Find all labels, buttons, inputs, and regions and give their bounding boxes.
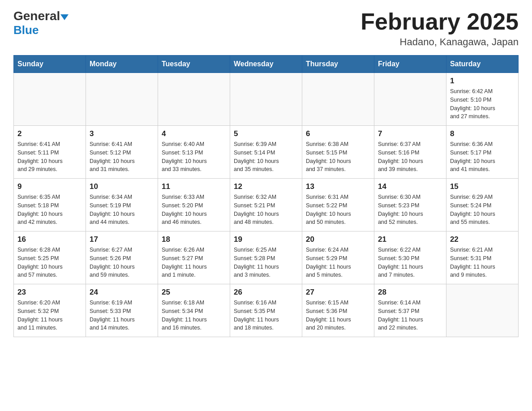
day-info: Sunrise: 6:21 AMSunset: 5:31 PMDaylight:… bbox=[450, 246, 515, 279]
day-info: Sunrise: 6:25 AMSunset: 5:28 PMDaylight:… bbox=[234, 246, 298, 279]
calendar-week-row: 1Sunrise: 6:42 AMSunset: 5:10 PMDaylight… bbox=[14, 73, 519, 126]
calendar-day-cell: 10Sunrise: 6:34 AMSunset: 5:19 PMDayligh… bbox=[86, 179, 158, 231]
calendar-day-cell bbox=[158, 73, 230, 126]
calendar-day-cell: 16Sunrise: 6:28 AMSunset: 5:25 PMDayligh… bbox=[14, 231, 86, 284]
day-number: 5 bbox=[234, 129, 298, 138]
calendar-day-cell: 5Sunrise: 6:39 AMSunset: 5:14 PMDaylight… bbox=[230, 126, 302, 179]
logo-arrow-icon bbox=[60, 14, 69, 20]
calendar-day-cell: 4Sunrise: 6:40 AMSunset: 5:13 PMDaylight… bbox=[158, 126, 230, 179]
day-info: Sunrise: 6:40 AMSunset: 5:13 PMDaylight:… bbox=[162, 140, 226, 174]
day-number: 21 bbox=[378, 235, 442, 244]
day-info: Sunrise: 6:33 AMSunset: 5:20 PMDaylight:… bbox=[162, 193, 226, 227]
day-info: Sunrise: 6:28 AMSunset: 5:25 PMDaylight:… bbox=[17, 246, 82, 279]
calendar-day-cell bbox=[446, 284, 518, 337]
calendar-day-cell: 17Sunrise: 6:27 AMSunset: 5:26 PMDayligh… bbox=[86, 231, 158, 284]
day-info: Sunrise: 6:27 AMSunset: 5:26 PMDaylight:… bbox=[90, 246, 154, 279]
calendar-day-header: Saturday bbox=[446, 56, 518, 73]
day-info: Sunrise: 6:41 AMSunset: 5:11 PMDaylight:… bbox=[17, 140, 82, 174]
calendar-day-cell: 25Sunrise: 6:18 AMSunset: 5:34 PMDayligh… bbox=[158, 284, 230, 337]
day-info: Sunrise: 6:37 AMSunset: 5:16 PMDaylight:… bbox=[378, 140, 442, 174]
day-info: Sunrise: 6:34 AMSunset: 5:19 PMDaylight:… bbox=[90, 193, 154, 227]
calendar-day-cell: 22Sunrise: 6:21 AMSunset: 5:31 PMDayligh… bbox=[446, 231, 518, 284]
day-info: Sunrise: 6:30 AMSunset: 5:23 PMDaylight:… bbox=[378, 193, 442, 227]
day-number: 17 bbox=[90, 235, 154, 244]
day-number: 26 bbox=[234, 288, 298, 297]
page-header: General Blue February 2025 Hadano, Kanag… bbox=[13, 9, 519, 48]
calendar-day-cell: 20Sunrise: 6:24 AMSunset: 5:29 PMDayligh… bbox=[302, 231, 374, 284]
calendar-day-cell: 13Sunrise: 6:31 AMSunset: 5:22 PMDayligh… bbox=[302, 179, 374, 231]
day-number: 11 bbox=[162, 182, 226, 191]
calendar-day-cell: 19Sunrise: 6:25 AMSunset: 5:28 PMDayligh… bbox=[230, 231, 302, 284]
calendar-day-cell: 7Sunrise: 6:37 AMSunset: 5:16 PMDaylight… bbox=[374, 126, 446, 179]
day-number: 10 bbox=[90, 182, 154, 191]
day-number: 15 bbox=[450, 182, 515, 191]
calendar-day-cell: 28Sunrise: 6:14 AMSunset: 5:37 PMDayligh… bbox=[374, 284, 446, 337]
calendar-day-header: Thursday bbox=[302, 56, 374, 73]
calendar-day-header: Tuesday bbox=[158, 56, 230, 73]
day-number: 23 bbox=[17, 288, 82, 297]
logo-blue-text: Blue bbox=[13, 23, 39, 37]
month-year-title: February 2025 bbox=[360, 9, 519, 34]
calendar-day-cell: 15Sunrise: 6:29 AMSunset: 5:24 PMDayligh… bbox=[446, 179, 518, 231]
calendar-day-cell: 9Sunrise: 6:35 AMSunset: 5:18 PMDaylight… bbox=[14, 179, 86, 231]
day-number: 12 bbox=[234, 182, 298, 191]
calendar-day-header: Friday bbox=[374, 56, 446, 73]
day-info: Sunrise: 6:22 AMSunset: 5:30 PMDaylight:… bbox=[378, 246, 442, 279]
day-number: 3 bbox=[90, 129, 154, 138]
location-subtitle: Hadano, Kanagawa, Japan bbox=[360, 36, 519, 48]
day-number: 6 bbox=[306, 129, 370, 138]
day-number: 8 bbox=[450, 129, 515, 138]
day-number: 16 bbox=[17, 235, 82, 244]
day-info: Sunrise: 6:24 AMSunset: 5:29 PMDaylight:… bbox=[306, 246, 370, 279]
calendar-day-cell: 26Sunrise: 6:16 AMSunset: 5:35 PMDayligh… bbox=[230, 284, 302, 337]
calendar-day-cell: 2Sunrise: 6:41 AMSunset: 5:11 PMDaylight… bbox=[14, 126, 86, 179]
calendar-day-cell: 3Sunrise: 6:41 AMSunset: 5:12 PMDaylight… bbox=[86, 126, 158, 179]
day-number: 27 bbox=[306, 288, 370, 297]
calendar-day-cell bbox=[14, 73, 86, 126]
day-info: Sunrise: 6:16 AMSunset: 5:35 PMDaylight:… bbox=[234, 299, 298, 332]
day-info: Sunrise: 6:14 AMSunset: 5:37 PMDaylight:… bbox=[378, 299, 442, 332]
calendar-day-cell: 14Sunrise: 6:30 AMSunset: 5:23 PMDayligh… bbox=[374, 179, 446, 231]
calendar-day-cell: 8Sunrise: 6:36 AMSunset: 5:17 PMDaylight… bbox=[446, 126, 518, 179]
day-number: 24 bbox=[90, 288, 154, 297]
day-number: 28 bbox=[378, 288, 442, 297]
logo: General Blue bbox=[13, 9, 69, 37]
day-number: 25 bbox=[162, 288, 226, 297]
calendar-day-cell: 11Sunrise: 6:33 AMSunset: 5:20 PMDayligh… bbox=[158, 179, 230, 231]
day-number: 1 bbox=[450, 77, 515, 86]
day-number: 9 bbox=[17, 182, 82, 191]
calendar-week-row: 2Sunrise: 6:41 AMSunset: 5:11 PMDaylight… bbox=[14, 126, 519, 179]
day-info: Sunrise: 6:19 AMSunset: 5:33 PMDaylight:… bbox=[90, 299, 154, 332]
day-info: Sunrise: 6:31 AMSunset: 5:22 PMDaylight:… bbox=[306, 193, 370, 227]
calendar-day-header: Monday bbox=[86, 56, 158, 73]
day-info: Sunrise: 6:42 AMSunset: 5:10 PMDaylight:… bbox=[450, 87, 515, 121]
day-info: Sunrise: 6:32 AMSunset: 5:21 PMDaylight:… bbox=[234, 193, 298, 227]
calendar-table: SundayMondayTuesdayWednesdayThursdayFrid… bbox=[13, 55, 519, 337]
day-number: 13 bbox=[306, 182, 370, 191]
day-info: Sunrise: 6:26 AMSunset: 5:27 PMDaylight:… bbox=[162, 246, 226, 279]
day-number: 19 bbox=[234, 235, 298, 244]
day-number: 7 bbox=[378, 129, 442, 138]
calendar-day-cell: 27Sunrise: 6:15 AMSunset: 5:36 PMDayligh… bbox=[302, 284, 374, 337]
calendar-day-cell: 6Sunrise: 6:38 AMSunset: 5:15 PMDaylight… bbox=[302, 126, 374, 179]
calendar-day-header: Sunday bbox=[14, 56, 86, 73]
title-section: February 2025 Hadano, Kanagawa, Japan bbox=[360, 9, 519, 48]
calendar-week-row: 9Sunrise: 6:35 AMSunset: 5:18 PMDaylight… bbox=[14, 179, 519, 231]
calendar-header-row: SundayMondayTuesdayWednesdayThursdayFrid… bbox=[14, 56, 519, 73]
calendar-day-cell bbox=[230, 73, 302, 126]
day-number: 2 bbox=[17, 129, 82, 138]
day-info: Sunrise: 6:29 AMSunset: 5:24 PMDaylight:… bbox=[450, 193, 515, 227]
day-number: 22 bbox=[450, 235, 515, 244]
calendar-day-cell: 1Sunrise: 6:42 AMSunset: 5:10 PMDaylight… bbox=[446, 73, 518, 126]
calendar-day-cell: 23Sunrise: 6:20 AMSunset: 5:32 PMDayligh… bbox=[14, 284, 86, 337]
calendar-week-row: 16Sunrise: 6:28 AMSunset: 5:25 PMDayligh… bbox=[14, 231, 519, 284]
calendar-day-cell: 21Sunrise: 6:22 AMSunset: 5:30 PMDayligh… bbox=[374, 231, 446, 284]
logo-general-text: General bbox=[13, 9, 60, 23]
day-info: Sunrise: 6:35 AMSunset: 5:18 PMDaylight:… bbox=[17, 193, 82, 227]
calendar-day-header: Wednesday bbox=[230, 56, 302, 73]
calendar-day-cell: 18Sunrise: 6:26 AMSunset: 5:27 PMDayligh… bbox=[158, 231, 230, 284]
day-number: 14 bbox=[378, 182, 442, 191]
day-number: 20 bbox=[306, 235, 370, 244]
day-info: Sunrise: 6:36 AMSunset: 5:17 PMDaylight:… bbox=[450, 140, 515, 174]
day-number: 18 bbox=[162, 235, 226, 244]
